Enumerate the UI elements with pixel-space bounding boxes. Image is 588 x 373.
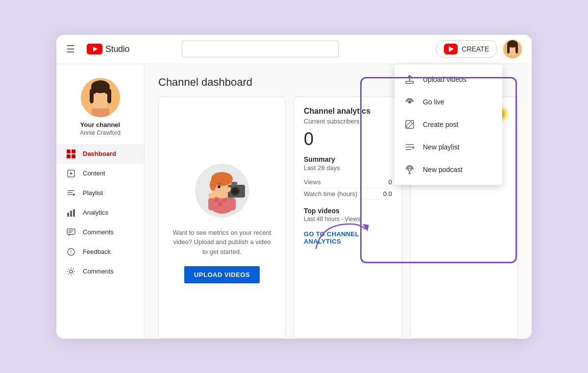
new-playlist-icon — [404, 142, 415, 152]
create-dropdown: Upload videos Go live Create post — [394, 64, 502, 185]
svg-point-7 — [507, 41, 518, 48]
analytics-card: Channel analytics Current subscribers 0 … — [294, 97, 402, 339]
svg-rect-16 — [72, 149, 75, 153]
svg-rect-47 — [231, 182, 237, 186]
svg-rect-12 — [107, 89, 111, 103]
live-icon — [404, 97, 415, 107]
svg-rect-15 — [67, 149, 71, 153]
feedback-label: Feedback — [83, 248, 111, 255]
create-button[interactable]: CREATE — [436, 40, 497, 58]
analytics-icon — [66, 208, 76, 218]
sidebar-item-dashboard[interactable]: Dashboard — [56, 144, 144, 164]
svg-point-46 — [232, 188, 238, 194]
svg-rect-38 — [215, 198, 219, 202]
svg-point-58 — [408, 100, 411, 103]
podcast-icon — [404, 164, 415, 175]
views-value: 0 — [389, 178, 392, 186]
dashboard-icon — [66, 149, 76, 159]
top-videos-title: Top videos — [304, 207, 392, 215]
playlist-label: Playlist — [83, 189, 103, 197]
dropdown-live[interactable]: Go live — [394, 91, 502, 113]
post-label: Create post — [423, 121, 458, 128]
search-input[interactable] — [182, 41, 339, 57]
sidebar-item-feedback[interactable]: ! Feedback — [56, 242, 144, 262]
sidebar-nav: Dashboard Content — [56, 144, 144, 281]
subscribers-count: 0 — [304, 129, 392, 149]
youtube-icon — [87, 44, 102, 54]
upload-description: Want to see metrics on your recent video… — [171, 228, 273, 257]
sidebar-item-analytics[interactable]: Analytics — [56, 203, 144, 223]
playlist-label: New playlist — [423, 143, 460, 151]
dropdown-playlist[interactable]: New playlist — [394, 136, 502, 158]
dropdown-podcast[interactable]: New podcast — [394, 158, 502, 181]
dropdown-post[interactable]: Create post — [394, 113, 502, 136]
upload-illustration — [188, 151, 256, 220]
svg-point-48 — [208, 193, 216, 199]
settings-icon — [66, 267, 76, 276]
svg-marker-20 — [70, 172, 73, 175]
watch-time-value: 0.0 — [383, 190, 392, 198]
dropdown-upload[interactable]: Upload videos — [394, 68, 502, 91]
sidebar-item-content[interactable]: Content — [56, 164, 144, 183]
live-label: Go live — [423, 98, 444, 106]
sidebar-item-playlist[interactable]: Playlist — [56, 183, 144, 203]
sidebar-item-comments[interactable]: Comments — [56, 223, 144, 242]
create-video-icon — [444, 44, 458, 54]
sidebar: Your channel Annie Crawford Dashboard — [56, 64, 145, 339]
svg-point-52 — [214, 188, 218, 191]
svg-rect-26 — [70, 211, 72, 217]
svg-point-34 — [70, 270, 73, 273]
channel-avatar-image — [81, 78, 120, 117]
svg-rect-40 — [222, 198, 226, 202]
header: ☰ Studio CREATE — [56, 35, 532, 64]
summary-label: Summary — [304, 155, 392, 163]
upload-card: Want to see metrics on your recent video… — [158, 97, 286, 339]
content-icon — [66, 169, 76, 178]
menu-icon[interactable]: ☰ — [66, 43, 75, 55]
svg-rect-25 — [67, 213, 69, 217]
svg-rect-11 — [90, 89, 94, 103]
search-bar — [182, 41, 339, 57]
dashboard-label: Dashboard — [83, 150, 116, 157]
comments-icon — [66, 227, 76, 237]
avatar[interactable] — [503, 40, 522, 58]
svg-marker-31 — [69, 234, 71, 236]
post-icon — [404, 119, 415, 130]
top-videos-sub: Last 48 hours - Views — [304, 216, 392, 223]
logo[interactable]: Studio — [87, 44, 129, 54]
go-to-analytics-link[interactable]: GO TO CHANNEL ANALYTICS — [304, 230, 392, 245]
watch-time-row: Watch time (hours) 0.0 — [304, 188, 392, 200]
svg-point-65 — [408, 168, 411, 171]
upload-icon — [404, 74, 415, 85]
svg-point-51 — [219, 186, 220, 187]
analytics-label: Analytics — [83, 209, 108, 216]
svg-text:!: ! — [71, 249, 72, 255]
playlist-icon — [66, 188, 76, 198]
channel-avatar[interactable] — [81, 78, 120, 117]
svg-point-10 — [93, 91, 108, 110]
upload-videos-button[interactable]: UPLOAD VIDEOS — [184, 266, 260, 283]
settings-label: Comments — [83, 268, 114, 275]
svg-rect-27 — [73, 209, 75, 217]
svg-rect-17 — [67, 154, 71, 158]
channel-section: Your channel Annie Crawford — [56, 70, 144, 140]
views-label: Views — [304, 178, 320, 186]
channel-name: Your channel — [80, 121, 120, 128]
svg-rect-18 — [72, 154, 75, 158]
svg-rect-39 — [219, 202, 222, 206]
content-label: Content — [83, 170, 105, 177]
create-label: CREATE — [462, 45, 489, 53]
top-videos-section: Top videos Last 48 hours - Views — [304, 207, 392, 223]
svg-rect-28 — [67, 229, 75, 234]
subscribers-label: Current subscribers — [304, 118, 392, 125]
svg-marker-24 — [73, 193, 75, 196]
sidebar-item-settings[interactable]: Comments — [56, 262, 144, 281]
channel-handle: Annie Crawford — [80, 129, 121, 136]
period-label: Last 28 days — [304, 164, 392, 172]
avatar-image — [503, 40, 522, 58]
svg-rect-14 — [92, 108, 109, 117]
podcast-label: New podcast — [423, 166, 463, 174]
watch-time-label: Watch time (hours) — [304, 190, 357, 198]
svg-point-13 — [91, 80, 110, 93]
comments-label: Comments — [83, 228, 114, 236]
